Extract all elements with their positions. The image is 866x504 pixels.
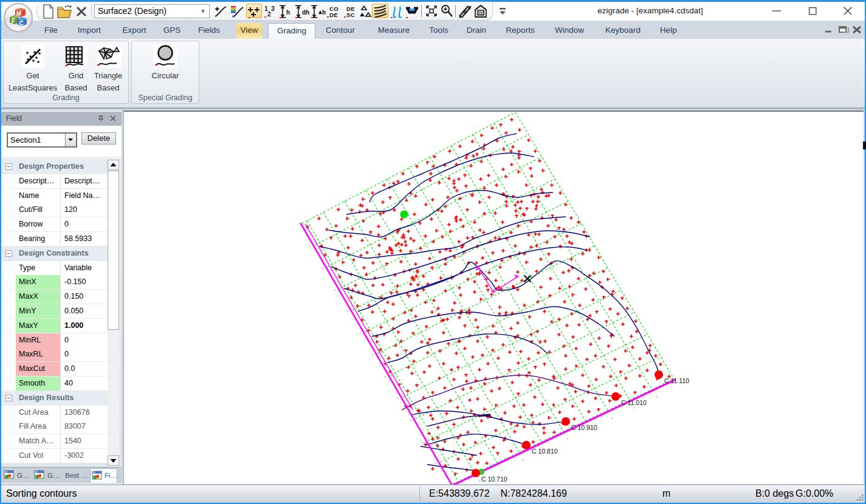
svg-text:h: h — [322, 9, 326, 16]
svg-text:h: h — [286, 9, 290, 16]
svg-text:M: M — [16, 10, 21, 17]
svg-text:C 10.710: C 10.710 — [481, 475, 507, 483]
svg-text:C 10.810: C 10.810 — [532, 448, 558, 455]
svg-text:C 11.110: C 11.110 — [664, 377, 689, 384]
svg-text:C 11.010: C 11.010 — [621, 399, 647, 406]
svg-text:C 10.910: C 10.910 — [571, 424, 597, 431]
svg-text:F: F — [12, 18, 15, 24]
svg-text:3: 3 — [271, 5, 275, 12]
svg-text:DE: DE — [329, 12, 338, 18]
svg-text:dh: dh — [302, 9, 309, 16]
svg-text:SC: SC — [346, 12, 355, 18]
svg-text:C: C — [19, 20, 23, 27]
